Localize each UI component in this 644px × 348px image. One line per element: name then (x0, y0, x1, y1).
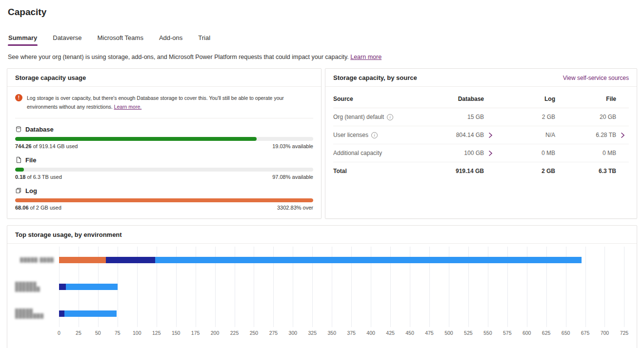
chart-row (59, 300, 629, 327)
database-used-text: 744.26 of 919.14 GB used (15, 143, 78, 149)
bar-segment-file (59, 284, 66, 290)
tab-microsoft-teams[interactable]: Microsoft Teams (97, 32, 144, 46)
log-value-cell: N/A (497, 132, 555, 138)
top-storage-chart-card: Top storage usage, by environment █████ … (7, 225, 637, 348)
bar-segment-database (66, 284, 117, 290)
col-header-file: File (555, 96, 616, 102)
x-tick-label: 125 (152, 330, 161, 336)
bar-segment-database (155, 257, 582, 263)
stacked-bar (59, 257, 629, 263)
database-value-cell: 15 GB (416, 114, 484, 120)
database-value-cell: 100 GB (416, 150, 484, 156)
page-description: See where your org (tenant) is using sto… (8, 54, 637, 60)
source-label: Total (333, 168, 347, 174)
source-label: Org (tenant) default (333, 114, 384, 120)
table-row: Org (tenant) defaulti15 GB2 GB20 GB (333, 108, 629, 126)
tab-dataverse[interactable]: Dataverse (52, 32, 82, 46)
by-source-header: Storage capacity, by source View self-se… (325, 69, 637, 87)
x-tick-label: 325 (308, 330, 317, 336)
chevron-right-icon[interactable] (488, 150, 493, 156)
stacked-bar (59, 284, 629, 290)
x-tick-label: 525 (464, 330, 473, 336)
chart-xaxis: 0255075100125150175200225250275300325350… (59, 330, 629, 340)
view-self-service-sources-link[interactable]: View self-service sources (563, 75, 629, 81)
x-tick-label: 500 (444, 330, 453, 336)
chart-body: █████ ██████████ ████████████ ████████ 0… (7, 244, 637, 348)
database-value-cell: 919.14 GB (416, 168, 484, 174)
table-body: Org (tenant) defaulti15 GB2 GB20 GBUser … (333, 108, 629, 180)
bar-segment-database (64, 310, 117, 317)
source-cell: Total (333, 168, 416, 174)
x-tick-label: 450 (405, 330, 414, 336)
description-text: See where your org (tenant) is using sto… (8, 54, 350, 60)
x-tick-label: 250 (250, 330, 259, 336)
x-tick-label: 375 (347, 330, 356, 336)
capacity-page: Capacity SummaryDataverseMicrosoft Teams… (0, 0, 644, 348)
file-usage-section: File 0.18 of 6.3 TB used 97.08% availabl… (15, 156, 313, 180)
bar-segment-log (59, 257, 106, 263)
database-usage-label: Database (25, 126, 54, 133)
table-row: User licensesi804.14 GBN/A6.28 TB (333, 126, 629, 144)
file-usage-bar (15, 168, 313, 172)
col-header-log: Log (497, 96, 555, 102)
source-label: Additional capacity (333, 150, 382, 156)
x-tick-label: 725 (620, 330, 629, 336)
x-tick-label: 575 (503, 330, 512, 336)
x-tick-label: 50 (95, 330, 101, 336)
x-tick-label: 600 (523, 330, 531, 336)
log-value-cell: 2 GB (497, 114, 555, 120)
log-over-text: 3302.83% over (277, 205, 313, 211)
info-icon[interactable]: i (387, 114, 393, 120)
x-tick-label: 650 (562, 330, 570, 336)
x-tick-label: 75 (115, 330, 121, 336)
x-tick-label: 150 (172, 330, 181, 336)
x-tick-label: 700 (601, 330, 609, 336)
page-title: Capacity (8, 7, 637, 18)
x-tick-label: 300 (289, 330, 298, 336)
learn-more-link[interactable]: Learn more (350, 54, 382, 60)
log-value-cell: 2 GB (497, 168, 555, 174)
tab-add-ons[interactable]: Add-ons (159, 32, 183, 46)
environment-label: █████ ████ (20, 257, 54, 262)
log-usage-section: Log 68.06 of 2 GB used 3302.83% over (15, 187, 313, 211)
log-value-cell: 0 MB (497, 150, 555, 156)
source-cell: Additional capacity (333, 150, 416, 156)
file-usage-label: File (25, 156, 36, 164)
storage-usage-title: Storage capacity usage (15, 74, 86, 81)
x-tick-label: 275 (269, 330, 278, 336)
chevron-right-icon[interactable] (621, 132, 625, 138)
database-available-text: 19.03% available (272, 143, 313, 149)
over-capacity-warning: ! Log storage is over capacity, but ther… (15, 87, 313, 118)
file-icon (15, 156, 22, 163)
warning-learn-more-link[interactable]: Learn more. (114, 104, 142, 110)
file-value-cell: 6.28 TB (555, 132, 616, 138)
chart-plot (59, 247, 629, 327)
table-row: Total919.14 GB2 GB6.3 TB (333, 162, 629, 180)
log-usage-bar-fill (15, 198, 313, 202)
x-tick-label: 550 (483, 330, 492, 336)
file-value-cell: 20 GB (555, 114, 616, 120)
warning-icon: ! (15, 94, 22, 101)
info-icon[interactable]: i (371, 132, 378, 138)
chart-row (59, 247, 629, 273)
tab-summary[interactable]: Summary (8, 32, 38, 46)
environment-label: █████ ████████ (15, 309, 54, 318)
top-cards-row: Storage capacity usage ! Log storage is … (7, 68, 637, 219)
file-value-cell: 6.3 TB (555, 168, 616, 174)
database-usage-section: Database 744.26 of 919.14 GB used 19.03%… (15, 126, 313, 149)
source-cell: Org (tenant) defaulti (333, 114, 416, 120)
storage-by-source-card: Storage capacity, by source View self-se… (325, 68, 637, 219)
chart-ylabels: █████ ██████████ ████████████ ████████ (15, 247, 59, 327)
chart-card-header: Top storage usage, by environment (7, 226, 637, 244)
storage-usage-header: Storage capacity usage (7, 69, 321, 87)
database-usage-bar-fill (15, 137, 257, 141)
database-value-cell: 804.14 GB (416, 132, 484, 138)
x-tick-label: 100 (133, 330, 141, 336)
x-tick-label: 25 (76, 330, 81, 336)
x-tick-label: 625 (542, 330, 551, 336)
chevron-right-icon[interactable] (488, 132, 493, 138)
by-source-title: Storage capacity, by source (333, 74, 417, 81)
file-used-text: 0.18 of 6.3 TB used (15, 174, 62, 180)
database-usage-bar (15, 137, 313, 141)
tab-trial[interactable]: Trial (198, 32, 211, 46)
